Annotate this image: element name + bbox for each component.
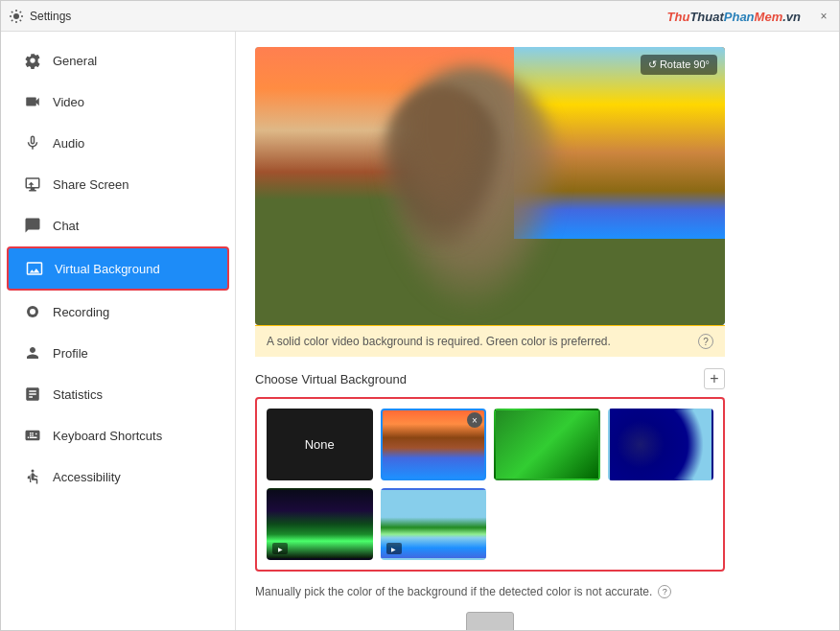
info-bar: A solid color video background is requir… [255,325,725,357]
manual-pick-help-icon[interactable]: ? [658,585,671,598]
background-northern-lights[interactable] [267,488,373,560]
add-background-button[interactable]: + [704,368,725,389]
gear-icon [22,50,43,71]
background-none[interactable]: None [267,409,373,480]
sidebar-item-share-screen[interactable]: Share Screen [7,164,229,204]
background-beach[interactable] [381,488,487,560]
sidebar-item-virtual-background-label: Virtual Background [55,262,160,276]
svg-point-2 [30,309,35,315]
recording-icon [22,301,43,322]
manual-pick-text: Manually pick the color of the backgroun… [255,585,652,598]
color-swatch[interactable] [466,612,514,630]
sidebar-item-chat[interactable]: Chat [7,205,229,245]
sidebar-item-recording-label: Recording [53,305,109,319]
video-icon [22,91,43,112]
sidebar-item-profile[interactable]: Profile [7,333,229,373]
sidebar-item-keyboard-shortcuts-label: Keyboard Shortcuts [53,429,162,443]
main-panel: ↺ Rotate 90° A solid color video backgro… [236,32,839,630]
choose-virtual-bg-label: Choose Virtual Background + [255,368,725,389]
sidebar-item-general[interactable]: General [7,40,229,81]
titlebar: Settings ThuThuatPhanMem.vn × [1,1,839,32]
close-bg-icon[interactable]: × [467,412,482,428]
statistics-icon [22,384,43,405]
sidebar-item-audio-label: Audio [53,136,84,151]
preview-area: ↺ Rotate 90° [255,47,725,325]
sidebar-item-accessibility[interactable]: Accessibility [7,456,229,497]
watermark: ThuThuatPhanMem.vn [667,9,801,23]
share-screen-icon [22,174,43,195]
info-help-icon[interactable]: ? [698,334,713,349]
video-badge-icon-2 [386,543,402,554]
sidebar-item-keyboard-shortcuts[interactable]: Keyboard Shortcuts [7,415,229,456]
accessibility-icon [22,466,43,487]
svg-point-0 [13,13,19,19]
sidebar-item-virtual-background[interactable]: Virtual Background [7,246,229,291]
rotate-button[interactable]: ↺ Rotate 90° [641,55,717,75]
main-content: General Video Audio Share Screen [1,32,839,630]
sidebar: General Video Audio Share Screen [1,32,236,630]
sidebar-item-recording[interactable]: Recording [7,292,229,332]
sidebar-item-profile-label: Profile [53,346,88,361]
close-button[interactable]: × [816,9,831,24]
color-swatch-row [255,606,725,630]
audio-icon [22,132,43,153]
settings-window: Settings ThuThuatPhanMem.vn × General Vi… [0,0,840,631]
keyboard-icon [22,425,43,446]
settings-icon [9,9,24,24]
chat-icon [22,215,43,236]
sidebar-item-audio[interactable]: Audio [7,123,229,163]
sidebar-item-share-screen-label: Share Screen [53,177,129,192]
sidebar-item-chat-label: Chat [53,219,79,233]
sidebar-item-general-label: General [53,54,97,68]
sidebar-item-video[interactable]: Video [7,82,229,122]
video-badge-icon [272,543,288,554]
window-title: Settings [30,10,71,23]
background-space[interactable] [608,409,714,480]
sidebar-item-statistics-label: Statistics [53,387,103,402]
profile-icon [22,342,43,363]
sidebar-item-accessibility-label: Accessibility [53,470,121,484]
sidebar-item-video-label: Video [53,95,84,109]
manual-pick-row: Manually pick the color of the backgroun… [255,585,725,598]
svg-point-3 [32,470,35,473]
virtual-bg-icon [24,258,45,279]
none-label: None [305,437,335,452]
sidebar-item-statistics[interactable]: Statistics [7,374,229,414]
choose-label-text: Choose Virtual Background [255,372,407,386]
backgrounds-grid: None × [255,397,725,572]
background-green-field[interactable] [494,409,600,480]
background-bridge[interactable]: × [381,409,487,480]
info-text: A solid color video background is requir… [267,335,611,348]
